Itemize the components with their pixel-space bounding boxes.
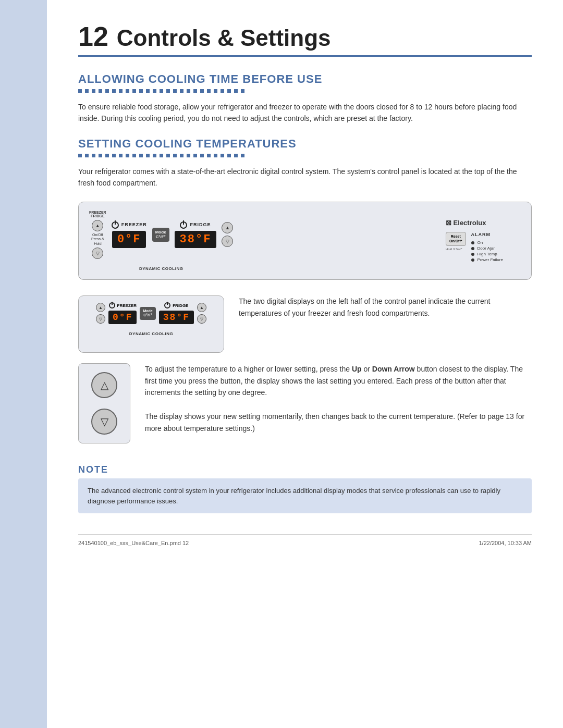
fridge-label: FRIDGE [190, 222, 211, 228]
arrows-diagram: △ ▽ [78, 363, 130, 443]
description2-para2: The display shows your new setting momen… [145, 411, 532, 434]
small-dynamic-cooling: DYNAMIC COOLING [129, 331, 173, 336]
brand-section: ⊠ Electrolux Reset On/Off* Hold 3 Sec* A… [437, 219, 521, 262]
alarm-temp-text: High Temp [478, 252, 497, 256]
chapter-number: 12 [78, 21, 108, 52]
freezer-label: FREEZER [121, 222, 147, 228]
sidebar-accent [0, 0, 47, 728]
note-label: NOTE [78, 464, 532, 475]
small-fridge-label: FRIDGE [173, 303, 188, 308]
section2-heading: SETTING COOLING TEMPERATURES [78, 137, 532, 151]
freezer-screen: 0°F [112, 231, 146, 248]
alarm-label: ALARM [471, 232, 503, 237]
description2-para1: To adjust the temperature to a higher or… [145, 363, 532, 398]
alarm-item-power: Power Failure [471, 257, 503, 262]
chapter-title: Controls & Settings [117, 25, 331, 51]
chapter-heading: 12 Controls & Settings [78, 21, 532, 52]
alarm-row: Reset On/Off* Hold 3 Sec* ALARM On Door … [446, 232, 503, 262]
small-fridge-down[interactable]: ▽ [197, 314, 206, 324]
section1-heading: ALLOWING COOLING TIME BEFORE USE [78, 72, 532, 86]
section2-dots [78, 154, 532, 157]
fridge-display-unit: FRIDGE 38°F [175, 221, 217, 248]
description1-text: The two digital displays on the left hal… [239, 295, 532, 319]
footer-left: 241540100_eb_sxs_Use&Care_En.pmd 12 [78, 540, 189, 546]
alarm-power-text: Power Failure [478, 257, 503, 262]
freezer-up-arrow[interactable] [92, 220, 103, 231]
fridge-down-arrow[interactable] [222, 236, 233, 247]
control-panel-small: ▲ ▽ FREEZER 0°F [78, 295, 224, 353]
small-panel-section: ▲ ▽ FREEZER 0°F [78, 295, 532, 363]
small-freezer-screen: 0°F [108, 311, 137, 324]
fridge-screen: 38°F [175, 231, 217, 248]
small-mode-btn[interactable]: Mode C°/F° [140, 307, 155, 320]
alarm-section: ALARM On Door Ajar High Temp [471, 232, 503, 262]
small-freezer-up[interactable]: ▲ [96, 303, 105, 312]
section1-body: To ensure reliable food storage, allow y… [78, 101, 532, 125]
electrolux-logo: ⊠ Electrolux [446, 219, 486, 227]
dynamic-cooling-text: DYNAMIC COOLING [139, 266, 183, 271]
mode-button[interactable]: Mode C°/F° [152, 228, 169, 242]
arrows-section: △ ▽ To adjust the temperature to a highe… [78, 363, 532, 454]
footer-right: 1/22/2004, 10:33 AM [479, 540, 532, 546]
big-down-arrow[interactable]: ▽ [91, 409, 117, 435]
small-fridge-up[interactable]: ▲ [197, 303, 206, 312]
note-section: NOTE The advanced electronic control sys… [78, 464, 532, 513]
small-freezer-down[interactable]: ▽ [96, 314, 105, 324]
alarm-item-on: On [471, 240, 503, 245]
small-fridge-screen: 38°F [159, 311, 194, 324]
reset-button[interactable]: Reset On/Off* [446, 232, 466, 245]
alarm-item-temp: High Temp [471, 252, 503, 256]
freezer-display-unit: FREEZER 0°F [112, 221, 147, 248]
note-box: The advanced electronic control system i… [78, 478, 532, 513]
fridge-up-arrow[interactable] [222, 222, 233, 233]
section1-dots [78, 89, 532, 93]
hold-text: Hold 3 Sec* [446, 248, 466, 251]
control-panel-full: FREEZERFRIDGE On/OffPress &Hold [78, 202, 532, 280]
description2-block: To adjust the temperature to a higher or… [145, 363, 532, 447]
freezer-down-arrow[interactable] [92, 248, 103, 259]
small-freezer-label: FREEZER [117, 303, 137, 308]
alarm-door-text: Door Ajar [478, 246, 495, 251]
page-footer: 241540100_eb_sxs_Use&Care_En.pmd 12 1/22… [78, 534, 532, 546]
chapter-rule [78, 55, 532, 57]
alarm-item-door: Door Ajar [471, 246, 503, 251]
alarm-on-text: On [478, 240, 483, 245]
section2-body: Your refrigerator comes with a state-of-… [78, 166, 532, 189]
big-up-arrow[interactable]: △ [91, 372, 117, 398]
